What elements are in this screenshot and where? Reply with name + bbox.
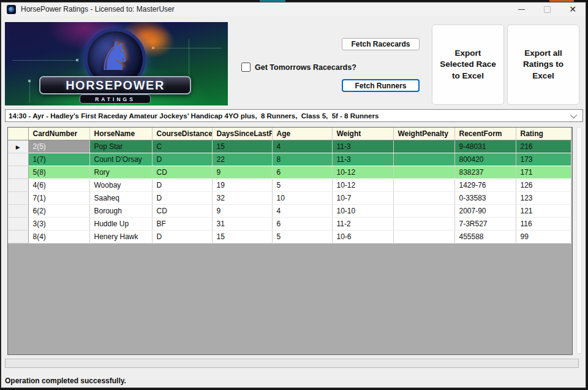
cell-horsename[interactable]: Pop Star [89,140,152,153]
grid-scrollbar[interactable] [576,127,582,354]
column-header-age[interactable]: Age [272,128,332,140]
race-select-dropdown[interactable]: 14:30 - Ayr - Hadley's First Raceday Ama… [5,109,583,122]
cell-horsename[interactable]: Huddle Up [89,218,152,231]
row-selector[interactable] [8,153,28,166]
cell-weightpenalty[interactable] [393,192,454,205]
cell-dayssincelastra[interactable]: 22 [212,153,272,166]
cell-rating[interactable]: 126 [516,179,571,192]
cell-weightpenalty[interactable] [393,153,454,166]
cell-horsename[interactable]: Rory [89,166,152,179]
cell-rating[interactable]: 216 [516,140,571,153]
cell-weight[interactable]: 10-12 [332,179,393,192]
cell-horsename[interactable]: Saaheq [89,192,152,205]
row-selector[interactable]: ▶ [8,140,28,153]
cell-age[interactable]: 8 [272,153,332,166]
row-selector[interactable] [8,179,28,192]
fetch-racecards-button[interactable]: Fetch Racecards [342,38,420,50]
row-selector[interactable] [8,205,28,218]
row-selector[interactable] [8,218,28,231]
cell-coursedistancei[interactable]: D [152,153,212,166]
cell-recentform[interactable]: 800420 [454,153,516,166]
cell-rating[interactable]: 123 [516,192,571,205]
cell-age[interactable]: 5 [272,231,332,243]
cell-dayssincelastra[interactable]: 15 [212,140,272,153]
cell-rating[interactable]: 121 [516,205,571,218]
cell-rating[interactable]: 173 [516,153,571,166]
cell-weight[interactable]: 10-10 [332,205,393,218]
cell-horsename[interactable]: Count D'Orsay [89,153,152,166]
column-header-weightpenalty[interactable]: WeightPenalty [393,128,454,140]
fetch-runners-button[interactable]: Fetch Runners [342,79,420,92]
column-header-horsename[interactable]: HorseName [89,128,152,140]
cell-weightpenalty[interactable] [393,205,454,218]
cell-dayssincelastra[interactable]: 9 [212,205,272,218]
cell-cardnumber[interactable]: 1(7) [28,153,89,166]
cell-horsename[interactable]: Henery Hawk [89,231,152,243]
cell-age[interactable]: 4 [272,205,332,218]
cell-dayssincelastra[interactable]: 31 [212,218,272,231]
tomorrow-racecards-checkbox[interactable] [241,63,251,72]
cell-cardnumber[interactable]: 6(2) [28,205,89,218]
cell-coursedistancei[interactable]: C [152,140,212,153]
column-header-weight[interactable]: Weight [332,128,393,140]
column-header-cardnumber[interactable]: CardNumber [28,128,89,140]
cell-recentform[interactable]: 455588 [454,231,516,243]
cell-coursedistancei[interactable]: BF [152,218,212,231]
cell-age[interactable]: 6 [272,218,332,231]
cell-horsename[interactable]: Woobay [89,179,152,192]
row-selector[interactable] [8,231,28,243]
cell-recentform[interactable]: 2007-90 [454,205,516,218]
cell-coursedistancei[interactable]: CD [152,205,212,218]
cell-weightpenalty[interactable] [393,179,454,192]
cell-rating[interactable]: 99 [516,231,571,243]
minimize-button[interactable] [508,2,534,16]
cell-weightpenalty[interactable] [393,231,454,243]
cell-weightpenalty[interactable] [393,140,454,153]
cell-recentform[interactable]: 1429-76 [454,179,516,192]
cell-cardnumber[interactable]: 8(4) [28,231,89,243]
cell-weight[interactable]: 10-6 [332,231,393,243]
cell-cardnumber[interactable]: 2(5) [28,140,89,153]
cell-weight[interactable]: 11-2 [332,218,393,231]
row-selector[interactable] [8,192,28,205]
cell-horsename[interactable]: Borough [89,205,152,218]
cell-recentform[interactable]: 9-48031 [454,140,516,153]
column-header-dayssincelastra[interactable]: DaysSinceLastRa [212,128,272,140]
cell-coursedistancei[interactable]: D [152,231,212,243]
cell-rating[interactable]: 171 [516,166,571,179]
cell-coursedistancei[interactable]: CD [152,166,212,179]
export-all-ratings-button[interactable]: Export all Ratings to Excel [507,25,579,105]
cell-weightpenalty[interactable] [393,166,454,179]
cell-weight[interactable]: 10-12 [332,166,393,179]
cell-dayssincelastra[interactable]: 15 [212,231,272,243]
cell-rating[interactable]: 116 [516,218,571,231]
row-selector[interactable] [8,166,28,179]
cell-age[interactable]: 5 [272,179,332,192]
cell-cardnumber[interactable]: 5(8) [28,166,89,179]
column-header-recentform[interactable]: RecentForm [454,128,516,140]
cell-recentform[interactable]: 838237 [454,166,516,179]
close-button[interactable]: ✕ [560,2,586,16]
cell-weight[interactable]: 11-3 [332,140,393,153]
cell-age[interactable]: 6 [272,166,332,179]
column-header-coursedistancei[interactable]: CourseDistanceI [152,128,212,140]
cell-cardnumber[interactable]: 7(1) [28,192,89,205]
cell-recentform[interactable]: 7-3R527 [454,218,516,231]
cell-dayssincelastra[interactable]: 9 [212,166,272,179]
cell-recentform[interactable]: 0-33583 [454,192,516,205]
circuit-line [29,81,30,103]
cell-age[interactable]: 10 [272,192,332,205]
cell-coursedistancei[interactable]: D [152,179,212,192]
cell-weight[interactable]: 11-3 [332,153,393,166]
cell-age[interactable]: 4 [272,140,332,153]
column-header-rating[interactable]: Rating [516,128,571,140]
cell-weightpenalty[interactable] [393,218,454,231]
cell-coursedistancei[interactable]: D [152,192,212,205]
cell-weight[interactable]: 10-7 [332,192,393,205]
cell-dayssincelastra[interactable]: 19 [212,179,272,192]
export-selected-race-button[interactable]: Export Selected Race to Excel [432,25,504,105]
cell-dayssincelastra[interactable]: 32 [212,192,272,205]
cell-cardnumber[interactable]: 4(6) [28,179,89,192]
cell-cardnumber[interactable]: 3(3) [28,218,89,231]
maximize-button[interactable] [534,2,560,16]
